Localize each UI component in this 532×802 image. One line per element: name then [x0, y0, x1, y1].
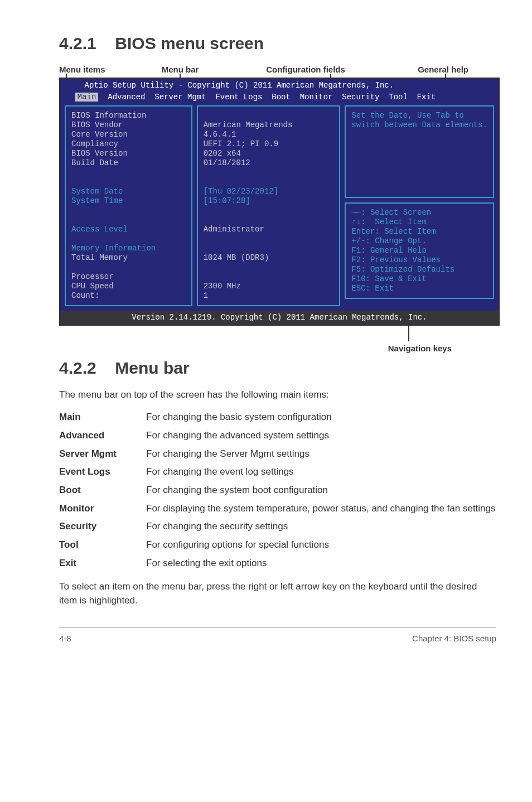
section-text: Menu bar — [115, 359, 189, 377]
section-text: BIOS menu screen — [115, 34, 264, 52]
def-key: Advanced — [59, 427, 146, 445]
def-key: Event Logs — [59, 463, 146, 481]
def-value: For changing the advanced system setting… — [146, 427, 496, 445]
table-row: ExitFor selecting the exit options — [59, 554, 496, 573]
bios-nav-pane: →←: Select Screen ↑↓: Select Item Enter:… — [345, 202, 494, 299]
section-4-2-2-title: 4.2.2 Menu bar — [59, 356, 496, 380]
chapter-label: Chapter 4: BIOS setup — [412, 632, 496, 645]
table-row: ToolFor configuring options for special … — [59, 536, 496, 554]
table-row: Event LogsFor changing the event log set… — [59, 463, 496, 481]
bios-footer: Version 2.14.1219. Copyright (C) 2011 Am… — [60, 311, 499, 325]
def-key: Monitor — [59, 500, 146, 518]
legend-config-fields: Configuration fields — [266, 65, 345, 74]
def-value: For changing the basic system configurat… — [146, 408, 496, 427]
nav-keys-callout: Navigation keys — [59, 329, 500, 356]
legend-menu-bar: Menu bar — [162, 65, 199, 74]
page-number: 4-8 — [59, 632, 71, 645]
bios-menu-main: Main — [75, 93, 99, 102]
bios-menubar: Main Advanced Server Mgmt Event Logs Boo… — [60, 93, 499, 105]
table-row: SecurityFor changing the security settin… — [59, 518, 496, 536]
def-value: For changing the Server Mgmt settings — [146, 445, 496, 463]
def-value: For changing the system boot configurati… — [146, 481, 496, 500]
diagram-legend: Menu items Menu bar Configuration fields… — [59, 64, 496, 76]
section-4-2-1-title: 4.2.1 BIOS menu screen — [59, 31, 496, 56]
table-row: BootFor changing the system boot configu… — [59, 481, 496, 500]
def-key: Server Mgmt — [59, 445, 146, 463]
def-value: For changing the security settings — [146, 518, 496, 536]
nav-keys-label: Navigation keys — [388, 342, 452, 355]
def-key: Main — [59, 408, 146, 427]
def-key: Tool — [59, 536, 146, 554]
legend-menu-items: Menu items — [59, 65, 105, 74]
table-row: Server MgmtFor changing the Server Mgmt … — [59, 445, 496, 463]
def-value: For displaying the system temperature, p… — [146, 500, 496, 518]
menubar-tail: To select an item on the menu bar, press… — [59, 580, 496, 607]
def-key: Exit — [59, 554, 146, 573]
legend-general-help: General help — [418, 65, 468, 74]
menubar-intro: The menu bar on top of the screen has th… — [59, 388, 496, 402]
table-row: AdvancedFor changing the advanced system… — [59, 427, 496, 445]
page-footer: 4-8 Chapter 4: BIOS setup — [59, 627, 496, 645]
bios-menu-rest: Advanced Server Mgmt Event Logs Boot Mon… — [98, 93, 436, 102]
bios-header: Aptio Setup Utility - Copyright (C) 2011… — [60, 79, 499, 93]
def-value: For configuring options for special func… — [146, 536, 496, 554]
bios-mid-pane: American Megatrends 4.6.4.1 UEFI 2.1; PI… — [197, 105, 341, 306]
bios-left-pane: BIOS Information BIOS Vendor Core Versio… — [65, 105, 192, 306]
menubar-definitions: MainFor changing the basic system config… — [59, 408, 496, 572]
table-row: MainFor changing the basic system config… — [59, 408, 496, 427]
table-row: MonitorFor displaying the system tempera… — [59, 500, 496, 518]
def-key: Security — [59, 518, 146, 536]
bios-screenshot: Aptio Setup Utility - Copyright (C) 2011… — [59, 78, 500, 326]
def-value: For changing the event log settings — [146, 463, 496, 481]
section-number: 4.2.2 — [59, 356, 110, 380]
def-key: Boot — [59, 481, 146, 500]
def-value: For selecting the exit options — [146, 554, 496, 573]
section-number: 4.2.1 — [59, 31, 110, 56]
bios-help-pane: Set the Date, Use Tab to switch between … — [345, 105, 494, 198]
